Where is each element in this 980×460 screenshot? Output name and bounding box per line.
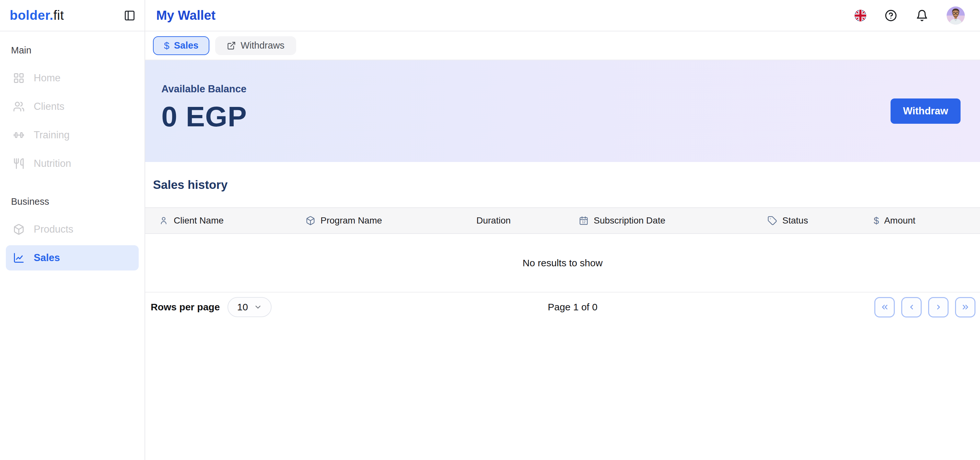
main-area: My Wallet bbox=[145, 0, 980, 460]
sidebar-collapse-button[interactable] bbox=[123, 9, 136, 22]
logo-primary: bolder. bbox=[10, 8, 54, 22]
sales-history-title: Sales history bbox=[153, 178, 980, 192]
chevrons-right-icon bbox=[961, 303, 970, 312]
tag-icon bbox=[767, 216, 777, 225]
uk-flag-icon bbox=[854, 10, 866, 21]
chevron-right-icon bbox=[934, 303, 943, 312]
user-icon bbox=[159, 216, 169, 225]
pager-buttons bbox=[874, 297, 975, 317]
previous-page-button[interactable] bbox=[901, 297, 922, 317]
notifications-button[interactable] bbox=[915, 9, 929, 22]
top-actions bbox=[854, 6, 965, 25]
dumbbell-icon bbox=[13, 129, 25, 141]
column-duration: Duration bbox=[476, 216, 579, 226]
package-icon bbox=[305, 216, 315, 225]
sidebar-item-label: Clients bbox=[34, 101, 65, 113]
column-client-name: Client Name bbox=[145, 216, 305, 226]
app-root: bolder.fit Main Home Clients bbox=[0, 0, 980, 460]
page-status: Page 1 of 0 bbox=[548, 301, 597, 312]
dollar-icon: $ bbox=[164, 41, 170, 51]
sidebar-section-main: Main bbox=[6, 45, 139, 56]
sidebar-item-label: Nutrition bbox=[34, 158, 71, 170]
column-label: Status bbox=[782, 216, 808, 226]
last-page-button[interactable] bbox=[955, 297, 975, 317]
column-status: Status bbox=[767, 216, 874, 226]
chevron-left-icon bbox=[907, 303, 916, 312]
first-page-button[interactable] bbox=[874, 297, 895, 317]
tab-withdraws[interactable]: Withdraws bbox=[215, 36, 296, 55]
sidebar-item-clients[interactable]: Clients bbox=[6, 94, 139, 119]
sidebar-logo-row: bolder.fit bbox=[0, 0, 145, 32]
logo-secondary: fit bbox=[54, 8, 64, 22]
column-label: Amount bbox=[884, 216, 915, 226]
help-icon bbox=[885, 10, 897, 22]
bell-icon bbox=[916, 10, 928, 22]
column-label: Client Name bbox=[174, 216, 224, 226]
balance-amount: 0 EGP bbox=[161, 100, 247, 133]
users-icon bbox=[13, 101, 25, 113]
sidebar-item-nutrition[interactable]: Nutrition bbox=[6, 151, 139, 176]
sidebar-section-business: Business bbox=[6, 196, 139, 207]
sidebar-item-products[interactable]: Products bbox=[6, 217, 139, 242]
svg-text:12: 12 bbox=[582, 220, 585, 224]
next-page-button[interactable] bbox=[928, 297, 948, 317]
rows-per-page-group: Rows per page 10 bbox=[151, 297, 272, 317]
sidebar-item-label: Training bbox=[34, 129, 70, 141]
avatar[interactable] bbox=[947, 6, 965, 25]
calendar-icon: 12 bbox=[579, 216, 589, 225]
app-logo: bolder.fit bbox=[10, 8, 64, 23]
utensils-icon bbox=[13, 158, 25, 170]
withdraw-button[interactable]: Withdraw bbox=[891, 98, 961, 124]
package-icon bbox=[13, 224, 25, 235]
sidebar-nav: Main Home Clients Training bbox=[0, 32, 145, 274]
column-label: Duration bbox=[476, 216, 511, 226]
sidebar: bolder.fit Main Home Clients bbox=[0, 0, 145, 460]
tab-withdraws-label: Withdraws bbox=[240, 40, 284, 51]
rows-per-page-value: 10 bbox=[237, 301, 248, 312]
panel-left-icon bbox=[124, 10, 135, 21]
tab-sales[interactable]: $ Sales bbox=[153, 36, 209, 55]
column-amount: $ Amount bbox=[874, 216, 980, 226]
top-bar: My Wallet bbox=[145, 0, 980, 32]
column-label: Subscription Date bbox=[594, 216, 665, 226]
sidebar-item-training[interactable]: Training bbox=[6, 122, 139, 148]
sidebar-item-label: Sales bbox=[34, 252, 60, 264]
wallet-tabs: $ Sales Withdraws bbox=[145, 32, 980, 60]
help-button[interactable] bbox=[885, 9, 897, 22]
column-subscription-date: 12 Subscription Date bbox=[579, 216, 767, 226]
empty-state: No results to show bbox=[145, 234, 980, 292]
grid-icon bbox=[13, 72, 25, 84]
empty-state-text: No results to show bbox=[523, 257, 603, 268]
column-program-name: Program Name bbox=[305, 216, 476, 226]
sales-table-header: Client Name Program Name Duration 12 Sub… bbox=[145, 207, 980, 234]
balance-block: Available Balance 0 EGP bbox=[161, 83, 247, 133]
chart-line-icon bbox=[13, 252, 25, 264]
balance-label: Available Balance bbox=[161, 83, 247, 95]
tab-sales-label: Sales bbox=[174, 40, 199, 51]
chevrons-left-icon bbox=[880, 303, 889, 312]
sidebar-item-label: Home bbox=[34, 72, 60, 84]
rows-per-page-label: Rows per page bbox=[151, 301, 220, 312]
sidebar-item-home[interactable]: Home bbox=[6, 65, 139, 91]
column-label: Program Name bbox=[320, 216, 382, 226]
pagination-bar: Rows per page 10 Page 1 of 0 bbox=[145, 292, 980, 322]
rows-per-page-select[interactable]: 10 bbox=[228, 297, 272, 317]
chevron-down-icon bbox=[254, 303, 262, 311]
language-button[interactable] bbox=[854, 10, 866, 21]
external-link-icon bbox=[227, 41, 236, 50]
sidebar-item-sales[interactable]: Sales bbox=[6, 245, 139, 271]
dollar-icon: $ bbox=[874, 216, 879, 226]
page-title: My Wallet bbox=[156, 8, 215, 23]
content-filler bbox=[145, 322, 980, 460]
balance-banner: Available Balance 0 EGP Withdraw bbox=[145, 60, 980, 162]
sidebar-item-label: Products bbox=[34, 224, 73, 235]
